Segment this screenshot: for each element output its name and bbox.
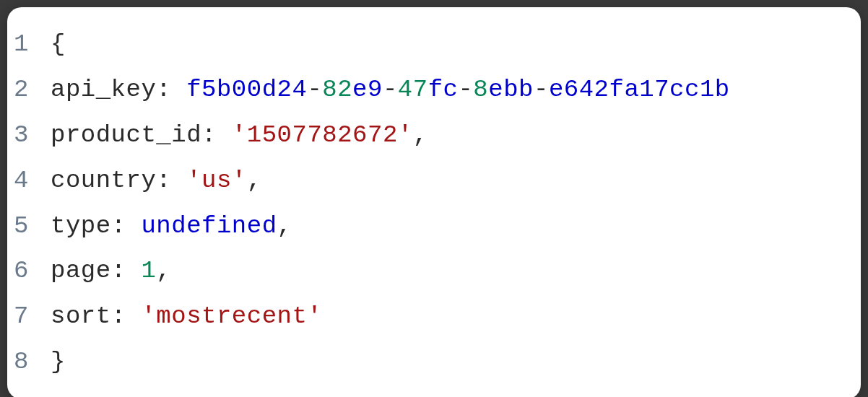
code-token: , [156, 257, 171, 284]
code-token: , [247, 167, 262, 194]
code-token: 'mostrecent' [141, 302, 322, 330]
line-number: 2 [7, 67, 51, 113]
code-token: : [201, 121, 232, 149]
code-token: : [111, 302, 142, 330]
code-token: 'us' [186, 167, 247, 194]
line-content: product_id: '1507782672', [51, 113, 428, 158]
code-token: 8 [473, 76, 488, 103]
code-token: '1507782672' [232, 121, 413, 149]
code-line: 4country: 'us', [7, 158, 839, 204]
code-token: 82 [322, 76, 352, 103]
code-line: 2api_key: f5b00d24-82e9-47fc-8ebb-e642fa… [7, 67, 839, 113]
code-token: 1 [141, 257, 156, 284]
line-number: 3 [7, 113, 51, 158]
line-number: 7 [7, 294, 51, 339]
line-number: 6 [7, 248, 51, 294]
code-token: : [156, 167, 186, 194]
code-token: api_key [51, 76, 156, 103]
line-number: 1 [7, 22, 51, 67]
line-content: page: 1, [51, 248, 171, 294]
code-token: e642fa17cc1b [549, 76, 730, 103]
code-line: 3product_id: '1507782672', [7, 113, 839, 158]
code-token: fc [428, 76, 459, 103]
line-content: api_key: f5b00d24-82e9-47fc-8ebb-e642fa1… [51, 67, 730, 113]
code-token: sort [51, 302, 111, 330]
code-token: - [307, 76, 322, 103]
line-content: type: undefined, [51, 204, 292, 249]
code-token: , [277, 212, 292, 240]
code-token: : [111, 212, 142, 240]
code-token: - [534, 76, 549, 103]
line-content: country: 'us', [51, 158, 262, 204]
code-token: } [51, 348, 66, 375]
code-line: 1{ [7, 22, 839, 67]
line-number: 5 [7, 204, 51, 249]
code-line: 8} [7, 339, 839, 385]
code-token: : [156, 76, 186, 103]
code-token: , [413, 121, 428, 149]
code-token: e9 [352, 76, 383, 103]
line-number: 4 [7, 158, 51, 204]
code-token: product_id [51, 121, 201, 149]
line-content: } [51, 339, 66, 385]
code-token: { [51, 30, 66, 58]
code-token: ebb [488, 76, 534, 103]
code-token: page [51, 257, 111, 284]
code-line: 5type: undefined, [7, 204, 839, 249]
code-line: 7sort: 'mostrecent' [7, 294, 839, 339]
line-content: { [51, 22, 66, 67]
code-line: 6page: 1, [7, 248, 839, 294]
code-token: undefined [141, 212, 277, 240]
code-block: 1{2api_key: f5b00d24-82e9-47fc-8ebb-e642… [7, 7, 861, 397]
code-token: country [51, 167, 156, 194]
code-token: - [458, 76, 473, 103]
line-number: 8 [7, 339, 51, 385]
line-content: sort: 'mostrecent' [51, 294, 322, 339]
code-token: type [51, 212, 111, 240]
code-token: - [383, 76, 398, 103]
code-token: f5b00d24 [186, 76, 307, 103]
code-token: : [111, 257, 142, 284]
code-token: 47 [398, 76, 428, 103]
